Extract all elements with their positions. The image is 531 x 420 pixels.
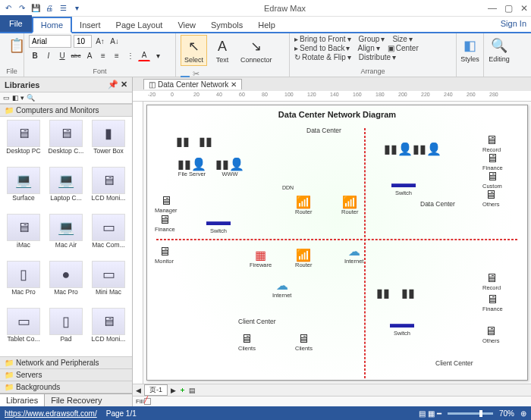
node-server[interactable]: ▮▮ xyxy=(199,136,212,148)
view-mode-icon[interactable]: ▤ ▦ ━ xyxy=(419,409,441,418)
node-router-1[interactable]: 📶Router xyxy=(295,196,313,215)
redo-icon[interactable]: ↷ xyxy=(17,3,27,14)
align-center-icon[interactable]: ≡ xyxy=(111,49,123,61)
tab-page-layout[interactable]: Page Layout xyxy=(108,18,171,32)
minimize-icon[interactable]: — xyxy=(488,3,497,14)
underline-button[interactable]: U xyxy=(56,49,68,61)
node-custom[interactable]: 🖥Custom xyxy=(482,171,502,190)
node-clients-2[interactable]: 🖥Clients xyxy=(295,333,313,352)
node-fileserver[interactable]: ▮▮👤File Server xyxy=(178,158,206,177)
more-font-icon[interactable]: ▾ xyxy=(152,49,164,61)
library-item[interactable]: 💻Mac Air xyxy=(46,214,86,259)
distribute-button[interactable]: Distribute ▾ xyxy=(359,53,396,61)
prev-page-icon[interactable]: ◀ xyxy=(136,387,141,394)
canvas[interactable]: Data Center Network Diagram Data Center … xyxy=(146,105,528,381)
node-server-br[interactable]: ▮▮ xyxy=(401,287,415,299)
align-left-icon[interactable]: ≡ xyxy=(97,49,109,61)
library-item[interactable]: ▭Mini Mac xyxy=(88,261,129,306)
highlight-button[interactable]: A xyxy=(83,49,96,61)
tab-home[interactable]: Home xyxy=(32,17,72,33)
group-button[interactable]: Group ▾ xyxy=(359,35,385,43)
tab-insert[interactable]: Insert xyxy=(72,18,108,32)
sidebar-tab-libraries[interactable]: Libraries xyxy=(0,394,45,406)
node-finance-b[interactable]: 🖥Finance xyxy=(482,293,503,312)
node-clients-1[interactable]: 🖥Clients xyxy=(238,333,256,352)
library-item[interactable]: ▮Tower Box xyxy=(88,120,129,165)
node-switch-3[interactable]: ▬▬Switch xyxy=(390,318,414,337)
font-color-button[interactable]: A xyxy=(138,49,150,61)
tab-symbols[interactable]: Symbols xyxy=(203,18,250,32)
node-others-b[interactable]: 🖥Others xyxy=(482,325,500,344)
node-server-r[interactable]: ▮▮👤 xyxy=(413,143,441,155)
library-item[interactable]: 💻Surface xyxy=(3,167,44,212)
library-item[interactable]: ●Mac Pro xyxy=(46,261,86,306)
page-menu-icon[interactable]: ▤ xyxy=(189,387,196,394)
libraries-toolbar[interactable]: ▭ ◧ ▾ 🔍 xyxy=(0,92,132,104)
qat-dropdown-icon[interactable]: ▾ xyxy=(71,3,82,14)
node-monitor[interactable]: 🖥Monitor xyxy=(155,246,174,265)
tab-close-icon[interactable]: ✕ xyxy=(231,80,237,89)
library-item[interactable]: ▭Tablet Co... xyxy=(3,308,44,353)
sidebar-tab-recovery[interactable]: File Recovery xyxy=(45,394,108,406)
library-item[interactable]: 🖥LCD Moni... xyxy=(88,308,129,353)
library-item[interactable]: ▭Mac Com... xyxy=(88,214,129,259)
node-fireware[interactable]: ▦Fireware xyxy=(250,249,272,268)
library-item[interactable]: 💻Laptop C... xyxy=(46,167,86,212)
node-switch-2[interactable]: ▬▬Switch xyxy=(391,177,416,196)
node-switch-1[interactable]: ▬▬Switch xyxy=(206,215,231,234)
node-server[interactable]: ▮▮ xyxy=(176,136,190,148)
sign-in-link[interactable]: Sign In xyxy=(501,19,526,28)
tab-help[interactable]: Help xyxy=(250,18,283,32)
next-page-icon[interactable]: ▶ xyxy=(171,387,176,394)
select-tool[interactable]: ↖Select xyxy=(181,35,207,66)
add-page-icon[interactable]: ＋ xyxy=(179,385,186,395)
editing-button[interactable]: 🔍Editing xyxy=(489,35,510,64)
bullets-icon[interactable]: ⋮ xyxy=(124,49,137,61)
node-internet-2[interactable]: ☁Internet xyxy=(344,246,363,265)
rotate-button[interactable]: ↻ Rotate & Flip ▾ xyxy=(294,53,351,61)
category-network[interactable]: 📁Network and Peripherals xyxy=(0,357,132,369)
file-tab[interactable]: File xyxy=(0,15,32,32)
library-item[interactable]: 🖥Desktop PC xyxy=(3,120,44,165)
size-button[interactable]: Size ▾ xyxy=(392,35,412,43)
node-router-2[interactable]: 📶Router xyxy=(295,249,313,268)
styles-button[interactable]: ◧Styles xyxy=(461,35,479,64)
no-fill-icon[interactable]: ╱ xyxy=(144,398,151,405)
node-router-3[interactable]: 📶Router xyxy=(341,196,359,215)
node-finance2[interactable]: 🖥Finance xyxy=(482,152,503,171)
bring-front-button[interactable]: ▸ Bring to Front ▾ xyxy=(294,35,351,43)
node-record[interactable]: 🖥Record xyxy=(482,134,501,153)
library-item[interactable]: ▯Mac Pro xyxy=(3,261,44,306)
node-server-r[interactable]: ▮▮👤 xyxy=(384,143,413,155)
node-www[interactable]: ▮▮👤WWW xyxy=(215,158,244,177)
align-button[interactable]: Align ▾ xyxy=(357,44,379,52)
node-finance[interactable]: 🖥Finance xyxy=(155,214,175,233)
library-item[interactable]: ▯Pad xyxy=(46,308,86,353)
save-icon[interactable]: 💾 xyxy=(30,3,41,14)
node-internet-1[interactable]: ☁Internet xyxy=(272,280,291,299)
maximize-icon[interactable]: ▢ xyxy=(504,3,513,14)
category-backgrounds[interactable]: 📁Backgrounds xyxy=(0,381,132,393)
node-record-b[interactable]: 🖥Record xyxy=(482,272,501,291)
print-icon[interactable]: 🖨 xyxy=(44,3,55,14)
font-size-select[interactable] xyxy=(74,35,92,48)
category-servers[interactable]: 📁Servers xyxy=(0,369,132,381)
category-computers[interactable]: 📁Computers and Monitors xyxy=(0,104,132,117)
node-others[interactable]: 🖥Others xyxy=(482,189,500,208)
close-icon[interactable]: ✕ xyxy=(520,3,528,14)
node-manager[interactable]: 🖥Manager xyxy=(155,195,178,214)
library-item[interactable]: 🖥LCD Moni... xyxy=(88,167,129,212)
zoom-slider[interactable] xyxy=(448,412,493,415)
document-tab[interactable]: ◫Data Center Network ✕ xyxy=(143,79,242,89)
text-tool[interactable]: AText xyxy=(210,36,234,65)
page-tab[interactable]: 页-1 xyxy=(144,384,168,396)
increase-font-icon[interactable]: A↑ xyxy=(94,36,106,48)
status-url[interactable]: https://www.edrawsoft.com/ xyxy=(5,409,97,418)
node-server-br[interactable]: ▮▮ xyxy=(376,287,390,299)
font-name-select[interactable] xyxy=(29,35,71,48)
library-item[interactable]: 🖥Desktop C... xyxy=(46,120,86,165)
bold-button[interactable]: B xyxy=(29,49,41,61)
undo-icon[interactable]: ↶ xyxy=(3,3,14,14)
fit-icon[interactable]: ⊕ xyxy=(520,409,526,418)
library-item[interactable]: 🖥iMac xyxy=(3,214,44,259)
